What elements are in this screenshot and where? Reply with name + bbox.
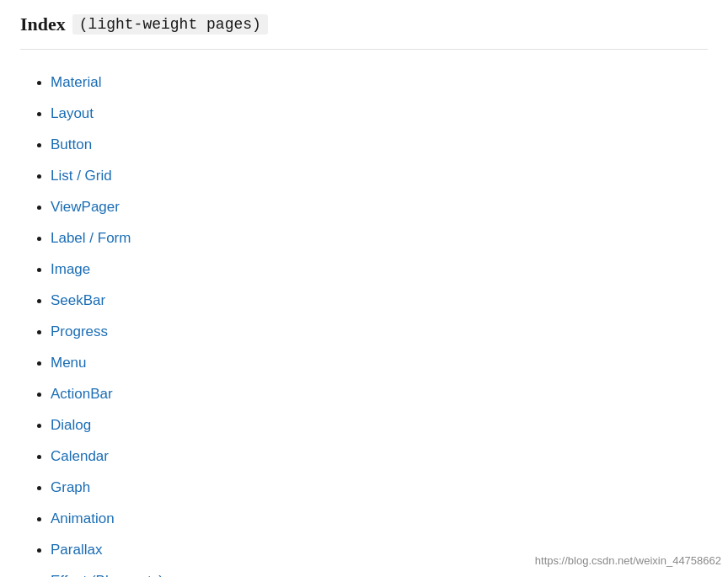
nav-link-menu[interactable]: Menu	[51, 355, 87, 371]
nav-link-list---grid[interactable]: List / Grid	[51, 168, 112, 184]
page-header: Index (light-weight pages)	[20, 13, 708, 50]
nav-link-label---form[interactable]: Label / Form	[51, 230, 131, 246]
nav-link-material[interactable]: Material	[51, 74, 101, 90]
list-item: Menu	[51, 347, 708, 378]
list-item: Button	[51, 129, 708, 160]
nav-link-viewpager[interactable]: ViewPager	[51, 199, 120, 215]
nav-list: MaterialLayoutButtonList / GridViewPager…	[20, 67, 708, 577]
list-item: Label / Form	[51, 222, 708, 254]
watermark: https://blog.csdn.net/weixin_44758662	[535, 554, 721, 567]
nav-link-button[interactable]: Button	[51, 136, 92, 152]
page-subtitle: (light-weight pages)	[72, 14, 268, 35]
list-item: Material	[51, 67, 708, 98]
nav-link-actionbar[interactable]: ActionBar	[51, 386, 113, 402]
list-item: Layout	[51, 98, 708, 129]
nav-link-effect--blur--etc-[interactable]: Effect (Blur… etc)	[51, 573, 163, 577]
list-item: Calendar	[51, 441, 708, 472]
list-item: Graph	[51, 472, 708, 503]
list-item: ViewPager	[51, 191, 708, 222]
nav-link-parallax[interactable]: Parallax	[51, 542, 102, 558]
nav-link-seekbar[interactable]: SeekBar	[51, 292, 105, 308]
list-item: SeekBar	[51, 285, 708, 316]
list-item: Progress	[51, 316, 708, 347]
nav-link-progress[interactable]: Progress	[51, 323, 108, 339]
list-item: Image	[51, 254, 708, 285]
page-title: Index	[20, 13, 66, 35]
list-item: Effect (Blur… etc)	[51, 565, 708, 577]
nav-link-animation[interactable]: Animation	[51, 510, 115, 526]
list-item: List / Grid	[51, 160, 708, 191]
nav-link-calendar[interactable]: Calendar	[51, 448, 109, 464]
nav-link-graph[interactable]: Graph	[51, 479, 90, 495]
list-item: Animation	[51, 503, 708, 534]
nav-link-dialog[interactable]: Dialog	[51, 417, 91, 433]
list-item: ActionBar	[51, 378, 708, 409]
nav-link-image[interactable]: Image	[51, 261, 90, 277]
nav-link-layout[interactable]: Layout	[51, 105, 94, 121]
list-item: Dialog	[51, 409, 708, 441]
